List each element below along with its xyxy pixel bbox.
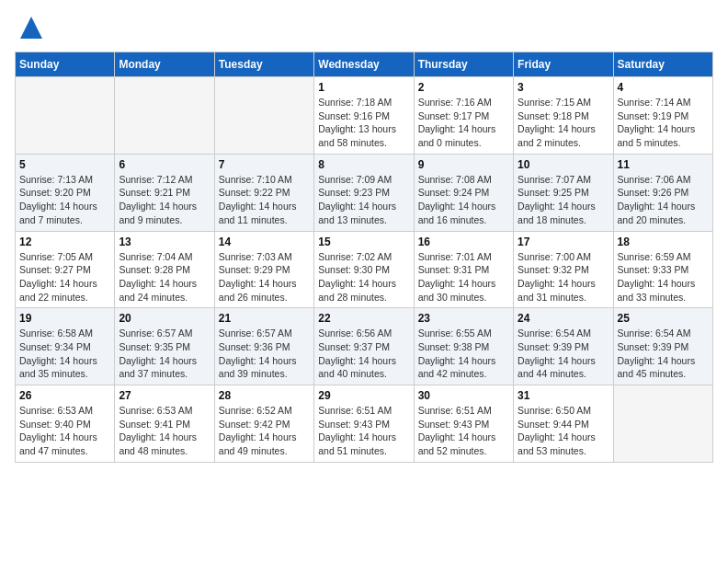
day-info: Sunrise: 7:03 AM Sunset: 9:29 PM Dayligh… (219, 250, 310, 304)
calendar-cell: 23Sunrise: 6:55 AM Sunset: 9:38 PM Dayli… (414, 308, 513, 385)
logo-icon (18, 15, 44, 40)
calendar-week-1: 1Sunrise: 7:18 AM Sunset: 9:16 PM Daylig… (16, 77, 713, 155)
calendar-table: SundayMondayTuesdayWednesdayThursdayFrid… (15, 52, 713, 463)
logo (15, 15, 44, 40)
day-number: 25 (618, 312, 709, 325)
day-number: 30 (418, 389, 509, 402)
calendar-cell: 29Sunrise: 6:51 AM Sunset: 9:43 PM Dayli… (314, 385, 414, 463)
day-number: 22 (318, 312, 409, 325)
calendar-cell: 10Sunrise: 7:07 AM Sunset: 9:25 PM Dayli… (514, 154, 613, 231)
day-number: 6 (119, 158, 210, 171)
day-info: Sunrise: 6:55 AM Sunset: 9:38 PM Dayligh… (418, 327, 509, 381)
day-info: Sunrise: 7:16 AM Sunset: 9:17 PM Dayligh… (418, 96, 509, 150)
calendar-cell: 12Sunrise: 7:05 AM Sunset: 9:27 PM Dayli… (16, 231, 115, 308)
calendar-header-saturday: Saturday (613, 52, 712, 77)
page-header (15, 15, 713, 40)
calendar-week-2: 5Sunrise: 7:13 AM Sunset: 9:20 PM Daylig… (16, 154, 713, 231)
day-info: Sunrise: 7:18 AM Sunset: 9:16 PM Dayligh… (318, 96, 409, 150)
calendar-cell (16, 77, 115, 155)
calendar-cell: 11Sunrise: 7:06 AM Sunset: 9:26 PM Dayli… (613, 154, 712, 231)
calendar-cell: 24Sunrise: 6:54 AM Sunset: 9:39 PM Dayli… (514, 308, 613, 385)
day-number: 16 (418, 236, 509, 248)
day-info: Sunrise: 7:13 AM Sunset: 9:20 PM Dayligh… (19, 173, 110, 227)
day-info: Sunrise: 7:06 AM Sunset: 9:26 PM Dayligh… (618, 173, 709, 227)
calendar-cell: 21Sunrise: 6:57 AM Sunset: 9:36 PM Dayli… (214, 308, 313, 385)
calendar-header-wednesday: Wednesday (314, 52, 414, 77)
calendar-cell (613, 385, 712, 463)
day-info: Sunrise: 6:58 AM Sunset: 9:34 PM Dayligh… (19, 327, 110, 381)
day-number: 29 (318, 389, 409, 402)
day-number: 7 (219, 158, 310, 171)
day-info: Sunrise: 6:54 AM Sunset: 9:39 PM Dayligh… (618, 327, 709, 381)
day-number: 31 (518, 389, 609, 402)
calendar-cell: 20Sunrise: 6:57 AM Sunset: 9:35 PM Dayli… (115, 308, 214, 385)
calendar-cell: 4Sunrise: 7:14 AM Sunset: 9:19 PM Daylig… (613, 77, 712, 155)
day-number: 19 (19, 312, 110, 325)
calendar-cell: 5Sunrise: 7:13 AM Sunset: 9:20 PM Daylig… (16, 154, 115, 231)
day-number: 23 (418, 312, 509, 325)
calendar-cell: 2Sunrise: 7:16 AM Sunset: 9:17 PM Daylig… (414, 77, 513, 155)
calendar-cell: 16Sunrise: 7:01 AM Sunset: 9:31 PM Dayli… (414, 231, 513, 308)
calendar-header-tuesday: Tuesday (214, 52, 313, 77)
day-info: Sunrise: 6:51 AM Sunset: 9:43 PM Dayligh… (318, 404, 409, 458)
day-number: 28 (219, 389, 310, 402)
day-number: 12 (19, 236, 110, 248)
calendar-week-4: 19Sunrise: 6:58 AM Sunset: 9:34 PM Dayli… (16, 308, 713, 385)
calendar-header-row: SundayMondayTuesdayWednesdayThursdayFrid… (16, 52, 713, 77)
calendar-cell: 22Sunrise: 6:56 AM Sunset: 9:37 PM Dayli… (314, 308, 414, 385)
day-number: 8 (318, 158, 409, 171)
day-info: Sunrise: 6:51 AM Sunset: 9:43 PM Dayligh… (418, 404, 509, 458)
calendar-header-friday: Friday (514, 52, 613, 77)
calendar-cell: 9Sunrise: 7:08 AM Sunset: 9:24 PM Daylig… (414, 154, 513, 231)
calendar-cell: 19Sunrise: 6:58 AM Sunset: 9:34 PM Dayli… (16, 308, 115, 385)
calendar-cell: 15Sunrise: 7:02 AM Sunset: 9:30 PM Dayli… (314, 231, 414, 308)
calendar-header-monday: Monday (115, 52, 214, 77)
calendar-cell: 18Sunrise: 6:59 AM Sunset: 9:33 PM Dayli… (613, 231, 712, 308)
calendar-cell: 26Sunrise: 6:53 AM Sunset: 9:40 PM Dayli… (16, 385, 115, 463)
day-info: Sunrise: 7:05 AM Sunset: 9:27 PM Dayligh… (19, 250, 110, 304)
calendar-cell: 30Sunrise: 6:51 AM Sunset: 9:43 PM Dayli… (414, 385, 513, 463)
calendar-cell: 13Sunrise: 7:04 AM Sunset: 9:28 PM Dayli… (115, 231, 214, 308)
calendar-cell: 14Sunrise: 7:03 AM Sunset: 9:29 PM Dayli… (214, 231, 313, 308)
day-number: 18 (618, 236, 709, 248)
calendar-week-5: 26Sunrise: 6:53 AM Sunset: 9:40 PM Dayli… (16, 385, 713, 463)
day-info: Sunrise: 6:50 AM Sunset: 9:44 PM Dayligh… (518, 404, 609, 458)
calendar-cell: 17Sunrise: 7:00 AM Sunset: 9:32 PM Dayli… (514, 231, 613, 308)
day-number: 3 (518, 81, 609, 94)
calendar-cell: 27Sunrise: 6:53 AM Sunset: 9:41 PM Dayli… (115, 385, 214, 463)
day-info: Sunrise: 7:12 AM Sunset: 9:21 PM Dayligh… (119, 173, 210, 227)
day-number: 21 (219, 312, 310, 325)
calendar-cell: 28Sunrise: 6:52 AM Sunset: 9:42 PM Dayli… (214, 385, 313, 463)
calendar-cell: 1Sunrise: 7:18 AM Sunset: 9:16 PM Daylig… (314, 77, 414, 155)
day-info: Sunrise: 7:09 AM Sunset: 9:23 PM Dayligh… (318, 173, 409, 227)
calendar-header-thursday: Thursday (414, 52, 513, 77)
calendar-cell: 8Sunrise: 7:09 AM Sunset: 9:23 PM Daylig… (314, 154, 414, 231)
day-number: 20 (119, 312, 210, 325)
day-number: 4 (618, 81, 709, 94)
day-number: 15 (318, 236, 409, 248)
day-info: Sunrise: 6:59 AM Sunset: 9:33 PM Dayligh… (618, 250, 709, 304)
day-number: 17 (518, 236, 609, 248)
calendar-cell (115, 77, 214, 155)
day-number: 5 (19, 158, 110, 171)
day-info: Sunrise: 7:10 AM Sunset: 9:22 PM Dayligh… (219, 173, 310, 227)
day-info: Sunrise: 7:01 AM Sunset: 9:31 PM Dayligh… (418, 250, 509, 304)
day-number: 24 (518, 312, 609, 325)
day-info: Sunrise: 6:54 AM Sunset: 9:39 PM Dayligh… (518, 327, 609, 381)
day-info: Sunrise: 7:02 AM Sunset: 9:30 PM Dayligh… (318, 250, 409, 304)
svg-marker-0 (20, 17, 42, 39)
day-number: 10 (518, 158, 609, 171)
day-info: Sunrise: 7:14 AM Sunset: 9:19 PM Dayligh… (618, 96, 709, 150)
day-number: 2 (418, 81, 509, 94)
day-number: 11 (618, 158, 709, 171)
day-number: 1 (318, 81, 409, 94)
day-info: Sunrise: 7:07 AM Sunset: 9:25 PM Dayligh… (518, 173, 609, 227)
calendar-cell: 6Sunrise: 7:12 AM Sunset: 9:21 PM Daylig… (115, 154, 214, 231)
day-info: Sunrise: 6:53 AM Sunset: 9:40 PM Dayligh… (19, 404, 110, 458)
day-info: Sunrise: 7:00 AM Sunset: 9:32 PM Dayligh… (518, 250, 609, 304)
day-number: 9 (418, 158, 509, 171)
day-number: 13 (119, 236, 210, 248)
calendar-header-sunday: Sunday (16, 52, 115, 77)
day-number: 26 (19, 389, 110, 402)
day-info: Sunrise: 6:57 AM Sunset: 9:35 PM Dayligh… (119, 327, 210, 381)
